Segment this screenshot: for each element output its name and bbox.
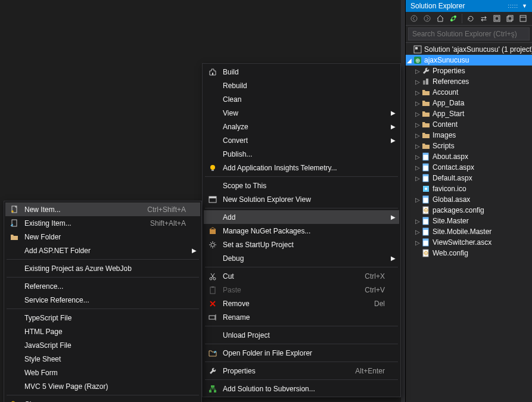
menu-separator bbox=[205, 379, 398, 380]
context-menu-item[interactable]: Scope to This bbox=[204, 179, 399, 192]
sync-icon[interactable] bbox=[449, 14, 458, 23]
expander-icon[interactable]: ▷ bbox=[414, 197, 421, 203]
menu-label: Manage NuGet Packages... bbox=[223, 227, 385, 235]
tree-item[interactable]: ▷About.aspx bbox=[406, 151, 532, 162]
solution-node[interactable]: Solution 'ajaxSunucusu' (1 project) bbox=[406, 44, 532, 55]
solution-tree[interactable]: Solution 'ajaxSunucusu' (1 project)◢⊕aja… bbox=[406, 43, 532, 402]
refresh-icon[interactable] bbox=[466, 14, 475, 23]
project-node[interactable]: ◢⊕ajaxSunucusu bbox=[406, 55, 532, 66]
panel-dropdown-icon[interactable]: ▼ bbox=[522, 3, 527, 9]
expander-icon[interactable]: ▷ bbox=[414, 229, 421, 235]
expander-icon[interactable]: ▷ bbox=[414, 79, 421, 85]
expander-icon[interactable]: ▷ bbox=[414, 154, 421, 160]
context-menu-item[interactable]: Rename bbox=[204, 310, 399, 324]
context-menu-item[interactable]: Analyze▶ bbox=[204, 120, 399, 133]
context-menu-item[interactable]: CutCtrl+X bbox=[204, 269, 399, 283]
add-menu-item[interactable]: Existing Item...Shift+Alt+A bbox=[5, 216, 200, 230]
home-icon[interactable] bbox=[435, 14, 445, 23]
forward-icon[interactable] bbox=[422, 14, 432, 23]
expander-icon[interactable]: ▷ bbox=[414, 218, 421, 225]
svg-rect-19 bbox=[423, 164, 428, 166]
expander-icon[interactable]: ◢ bbox=[406, 57, 413, 64]
expander-icon[interactable]: ▷ bbox=[414, 164, 421, 171]
tree-item[interactable]: favicon.ico bbox=[406, 183, 532, 194]
tree-item[interactable]: ▷References bbox=[406, 76, 532, 87]
tree-item[interactable]: ▷Content bbox=[406, 119, 532, 130]
context-menu-item[interactable]: Build bbox=[204, 65, 399, 79]
expander-icon[interactable]: ▷ bbox=[414, 143, 421, 149]
context-menu-item[interactable]: View▶ bbox=[204, 106, 399, 120]
tree-item[interactable]: ▷Site.Master bbox=[406, 216, 532, 226]
properties-icon[interactable] bbox=[518, 14, 528, 23]
context-menu-item[interactable]: Add Solution to Subversion... bbox=[204, 382, 399, 395]
expander-icon[interactable]: ▷ bbox=[414, 121, 421, 128]
context-menu-item[interactable]: Add▶ bbox=[204, 210, 399, 224]
blank-icon bbox=[205, 121, 220, 133]
project-context-menu: BuildRebuildCleanView▶Analyze▶Convert▶Pu… bbox=[202, 63, 401, 397]
tree-item[interactable]: ▷App_Start bbox=[406, 108, 532, 119]
grip-icon: ::::: bbox=[508, 3, 519, 9]
context-menu-item[interactable]: RemoveDel bbox=[204, 297, 399, 310]
back-icon[interactable] bbox=[409, 14, 419, 23]
context-menu-item[interactable]: Open Folder in File Explorer bbox=[204, 346, 399, 360]
add-menu-item[interactable]: Existing Project as Azure WebJob bbox=[5, 261, 200, 275]
tree-item[interactable]: ▷Default.aspx bbox=[406, 173, 532, 183]
tree-item[interactable]: ▷Scripts bbox=[406, 141, 532, 151]
expander-icon[interactable]: ▷ bbox=[414, 89, 421, 96]
tree-item[interactable]: ▷Images bbox=[406, 130, 532, 141]
context-menu-item[interactable]: Publish... bbox=[204, 147, 399, 161]
tree-label: Contact.aspx bbox=[433, 163, 474, 172]
add-menu-item[interactable]: Style Sheet bbox=[5, 352, 200, 366]
panel-title-bar[interactable]: Solution Explorer ::::: ▼ bbox=[406, 0, 532, 12]
tree-label: Account bbox=[433, 88, 458, 96]
add-menu-item[interactable]: MVC 5 View Page (Razor) bbox=[5, 379, 200, 393]
tree-item[interactable]: ▷Properties bbox=[406, 66, 532, 76]
tree-item[interactable]: ▷Contact.aspx bbox=[406, 162, 532, 173]
context-menu-item[interactable]: Rebuild bbox=[204, 79, 399, 92]
add-menu-item[interactable]: Web Form bbox=[5, 366, 200, 379]
expander-icon[interactable]: ▷ bbox=[414, 132, 421, 139]
show-all-icon[interactable] bbox=[492, 14, 502, 23]
newwin-icon bbox=[205, 194, 220, 205]
context-menu-item[interactable]: Debug▶ bbox=[204, 251, 399, 265]
context-menu-item[interactable]: PropertiesAlt+Enter bbox=[204, 364, 399, 378]
expander-icon[interactable]: ▷ bbox=[414, 111, 421, 117]
context-menu-item[interactable]: Set as StartUp Project bbox=[204, 238, 399, 251]
expander-icon[interactable]: ▷ bbox=[414, 175, 421, 182]
solution-icon bbox=[413, 45, 422, 54]
blank-icon bbox=[7, 312, 22, 324]
expander-icon[interactable]: ▷ bbox=[414, 239, 421, 246]
collapse-icon[interactable]: ⇄ bbox=[479, 14, 489, 23]
search-input[interactable] bbox=[408, 27, 530, 40]
context-menu-item[interactable]: Add Application Insights Telemetry... bbox=[204, 161, 399, 174]
add-menu-item[interactable]: Add ASP.NET Folder▶ bbox=[5, 244, 200, 257]
context-menu-item[interactable]: Manage NuGet Packages... bbox=[204, 224, 399, 238]
tree-label: Images bbox=[433, 131, 456, 139]
menu-separator bbox=[205, 267, 398, 267]
tree-item[interactable]: ▷Global.asax bbox=[406, 194, 532, 205]
tree-item[interactable]: Web.config bbox=[406, 248, 532, 258]
expander-icon[interactable]: ▷ bbox=[414, 100, 421, 107]
expander-icon[interactable]: ▷ bbox=[414, 68, 421, 74]
tree-item[interactable]: ▷Account bbox=[406, 87, 532, 98]
add-menu-item[interactable]: New Folder bbox=[5, 230, 200, 244]
context-menu-item[interactable]: New Solution Explorer View bbox=[204, 192, 399, 206]
context-menu-item[interactable]: Unload Project bbox=[204, 328, 399, 342]
tree-item[interactable]: ▷Site.Mobile.Master bbox=[406, 226, 532, 237]
context-menu-item[interactable]: Clean bbox=[204, 92, 399, 106]
add-menu-item[interactable]: TypeScript File bbox=[5, 311, 200, 325]
context-menu-item[interactable]: Convert▶ bbox=[204, 133, 399, 147]
tree-item[interactable]: ▷App_Data bbox=[406, 98, 532, 108]
add-menu-item[interactable]: Class... bbox=[5, 397, 200, 402]
add-menu-item[interactable]: HTML Page bbox=[5, 325, 200, 338]
submenu-arrow-icon: ▶ bbox=[391, 137, 396, 144]
copy-icon[interactable] bbox=[505, 14, 515, 23]
add-menu-item[interactable]: New Item...Ctrl+Shift+A bbox=[5, 202, 200, 216]
tree-item[interactable]: packages.config bbox=[406, 205, 532, 216]
add-menu-item[interactable]: JavaScript File bbox=[5, 338, 200, 352]
tree-item[interactable]: ▷ViewSwitcher.ascx bbox=[406, 237, 532, 248]
menu-separator bbox=[7, 395, 199, 395]
add-menu-item[interactable]: Reference... bbox=[5, 279, 200, 293]
add-menu-item[interactable]: Service Reference... bbox=[5, 293, 200, 307]
blank-icon bbox=[205, 107, 220, 119]
